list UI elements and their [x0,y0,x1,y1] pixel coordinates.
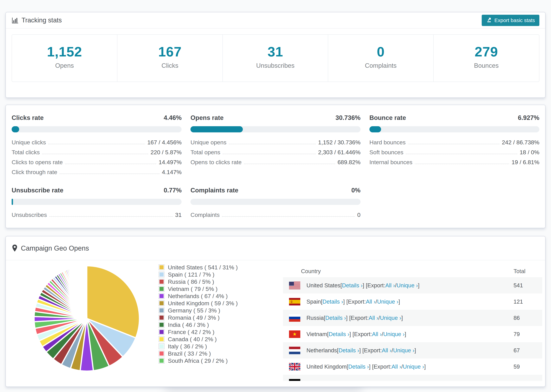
legend-item-germany[interactable]: Germany ( 55 / 3% ) [159,307,238,314]
legend-item-vietnam[interactable]: Vietnam ( 79 / 5% ) [159,285,238,293]
rate-detail-value: 0 [357,211,360,218]
legend-item-romania[interactable]: Romania ( 49 / 3% ) [159,314,238,321]
rate-progress-bar [191,199,360,205]
rate-rows: Unique clicks167 / 4.456%Total clicks220… [12,136,182,175]
geo-table-row: Netherlands [Details ›] [Export: All › /… [283,342,542,358]
export-all-link[interactable]: All › [369,315,378,321]
legend-item-south-africa[interactable]: South Africa ( 29 / 2% ) [159,357,238,364]
dotted-leader [229,144,316,144]
legend-item-spain[interactable]: Spain ( 121 / 7% ) [159,271,238,278]
details-link[interactable]: Details › [325,315,346,321]
rate-progress-fill [369,126,381,132]
export-prefix: Export: [351,315,369,321]
legend-swatch [159,329,164,335]
rate-progress-bar [191,126,360,132]
export-all-link[interactable]: All › [382,347,391,354]
export-unique-link[interactable]: Unique › [377,298,399,305]
legend-item-united-kingdom[interactable]: United Kingdom ( 59 / 3% ) [159,300,238,307]
summary-cell-clicks: 167Clicks [117,35,223,82]
export-all-link[interactable]: All › [372,331,382,337]
legend-swatch [159,343,164,349]
bracket: [ [327,331,329,337]
rate-detail-label: Soft bounces [369,149,403,156]
rate-detail-label: Unsubscribes [12,211,47,218]
rate-rows: Complaints0 [191,208,360,218]
rate-title: Opens rate [191,114,224,121]
legend-item-canada[interactable]: Canada ( 40 / 2% ) [159,336,238,343]
export-prefix: Export: [348,298,366,305]
export-all-link[interactable]: All › [391,364,401,370]
summary-value: 1,152 [12,44,117,60]
details-link[interactable]: Details › [339,347,359,354]
country-name: Russia [306,315,324,321]
legend-swatch [159,293,164,299]
details-link[interactable]: Details › [323,298,343,305]
rate-head: Bounce rate6.927% [369,114,539,121]
geo-title-text: Campaign Geo Opens [21,245,89,252]
geo-table-col-country: Country [283,268,508,274]
legend-item-russia[interactable]: Russia ( 86 / 5% ) [159,278,238,285]
geo-header: Campaign Geo Opens [6,236,545,260]
summary-box: 1,152Opens167Clicks31Unsubscribes0Compla… [12,34,539,82]
export-all-link[interactable]: All › [385,282,395,289]
legend-swatch [159,315,164,321]
export-unique-link[interactable]: Unique › [380,315,401,321]
slash: / [376,298,377,305]
rate-detail-label: Clicks to opens rate [12,159,63,166]
dotted-leader [65,164,156,164]
slash: / [395,282,396,289]
legend-swatch [159,322,164,328]
legend-item-brazil[interactable]: Brazil ( 33 / 2% ) [159,350,238,357]
rate-block-2: Bounce rate6.927%Hard bounces242 / 86.73… [369,114,539,175]
summary-value: 0 [328,44,433,60]
legend-item-france[interactable]: France ( 42 / 2% ) [159,328,238,336]
export-all-link[interactable]: All › [366,298,376,305]
export-unique-link[interactable]: Unique › [403,364,424,370]
dotted-leader [60,174,160,174]
summary-value: 31 [223,44,328,60]
rate-detail-row: Complaints0 [191,208,360,218]
page-title-text: Tracking stats [21,17,62,24]
dotted-leader [49,216,173,217]
legend-swatch [159,272,164,277]
tracking-stats-page: Tracking stats Export basic stats 1,152O… [0,0,551,392]
geo-title: Campaign Geo Opens [12,244,89,252]
geo-table-row: Russia [Details ›] [Export: All › / Uniq… [283,310,542,326]
export-basic-stats-button[interactable]: Export basic stats [482,15,539,26]
geo-table-cell-country: United States [Details ›] [Export: All ›… [283,282,508,289]
country-flag-nl [289,347,300,354]
export-unique-link[interactable]: Unique › [396,282,418,289]
tracking-stats-header: Tracking stats Export basic stats [6,12,545,28]
bracket: ] [ [359,347,364,354]
geo-country-table: CountryTotalUnited States [Details ›] [E… [283,265,542,381]
export-unique-link[interactable]: Unique › [383,331,405,337]
legend-item-italy[interactable]: Italy ( 36 / 2% ) [159,343,238,350]
slash: / [382,331,383,337]
rate-block-3: Unsubscribe rate0.77%Unsubscribes31 [12,187,182,218]
legend-item-netherlands[interactable]: Netherlands ( 67 / 4% ) [159,293,238,300]
geo-table-cell-total: 541 [508,282,542,289]
export-unique-link[interactable]: Unique › [393,347,414,354]
rate-detail-row: Hard bounces242 / 86.738% [369,136,539,146]
summary-label: Opens [12,62,117,69]
details-link[interactable]: Details › [342,282,363,289]
summary-label: Complaints [328,62,433,69]
bracket: ] [ [369,364,374,370]
legend-item-united-states[interactable]: United States ( 541 / 31% ) [159,264,238,271]
details-link[interactable]: Details › [329,331,349,337]
rate-detail-label: Internal bounces [369,159,412,166]
legend-item-india[interactable]: India ( 46 / 3% ) [159,321,238,328]
dotted-leader [48,144,145,144]
rate-progress-bar [12,126,182,132]
rate-detail-value: 31 [175,211,182,218]
rate-detail-value: 167 / 4.456% [147,139,182,146]
geo-table-cell-total: 121 [508,298,542,305]
slash: / [378,315,380,321]
summary-cell-bounces: 279Bounces [434,35,539,82]
dotted-leader [415,164,509,164]
geo-opens-pie-chart [32,263,142,373]
details-link[interactable]: Details › [348,364,369,370]
rate-rows: Hard bounces242 / 86.738%Soft bounces18 … [369,136,539,166]
geo-table-row [283,375,542,381]
slash: / [401,364,403,370]
